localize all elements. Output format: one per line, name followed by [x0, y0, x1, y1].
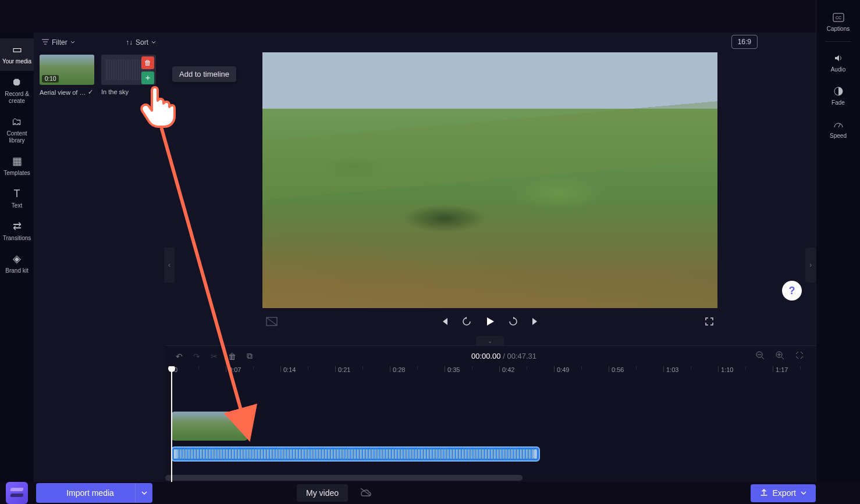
nav-brand-kit[interactable]: ◈ Brand kit: [0, 248, 34, 280]
play-button[interactable]: [485, 316, 495, 329]
add-to-timeline-tooltip: Add to timeline: [172, 66, 236, 82]
timeline[interactable]: 00:070:140:210:280:350:420:490:561:031:1…: [164, 366, 816, 482]
export-button[interactable]: Export: [751, 484, 816, 502]
timeline-scrollbar[interactable]: [165, 475, 815, 481]
skip-start-button[interactable]: [439, 317, 449, 328]
collapse-left-panel[interactable]: ‹: [164, 248, 175, 283]
collapse-timeline-button[interactable]: ⌄: [476, 336, 504, 345]
ruler-tick-minor: [417, 366, 420, 370]
sort-icon: ↑↓: [126, 38, 133, 47]
fade-icon: [833, 85, 844, 97]
zoom-out-button[interactable]: [755, 351, 765, 362]
delete-clip-button[interactable]: 🗑: [228, 352, 236, 361]
scrollbar-thumb[interactable]: [165, 475, 523, 481]
svg-line-2: [267, 318, 276, 325]
timeline-timecode: 00:00.00 / 00:47.31: [263, 352, 745, 360]
transitions-icon: ⇄: [13, 221, 22, 233]
project-title-button[interactable]: My video: [297, 484, 348, 502]
ruler-tick: 0:49: [554, 366, 569, 372]
svg-line-13: [838, 124, 840, 127]
svg-line-7: [781, 357, 784, 359]
ruler-tick: 1:03: [663, 366, 678, 372]
ruler-tick-minor: [636, 366, 639, 370]
chevron-down-icon: [801, 490, 806, 496]
chevron-down-icon: [151, 38, 156, 47]
ruler-tick: 0:07: [226, 366, 241, 372]
cursor-annotation: [138, 83, 179, 131]
clip-handle-left[interactable]: [174, 449, 177, 459]
zoom-in-button[interactable]: [775, 351, 784, 362]
check-icon: ✓: [88, 88, 93, 96]
aspect-ratio-button[interactable]: 16:9: [731, 35, 758, 49]
nav-templates[interactable]: ▦ Templates: [0, 150, 34, 183]
sort-button[interactable]: ↑↓ Sort: [123, 37, 158, 48]
skip-end-button[interactable]: [531, 317, 541, 328]
timeline-toolbar: ↶ ↷ ✂ 🗑 ⧉ 00:00.00 / 00:47.31: [164, 345, 816, 366]
redo-button[interactable]: ↷: [193, 352, 200, 361]
upload-icon: [760, 488, 768, 498]
collapse-right-panel[interactable]: ›: [805, 248, 816, 283]
media-duration-badge: 0:10: [42, 75, 59, 83]
safe-zone-icon[interactable]: [266, 318, 278, 328]
library-icon: 🗂: [12, 116, 22, 128]
forward-button[interactable]: [508, 316, 518, 329]
zoom-fit-button[interactable]: [795, 351, 804, 362]
nav-fade[interactable]: Fade: [816, 80, 860, 112]
ruler-tick-minor: [253, 366, 256, 370]
import-media-button[interactable]: Import media: [36, 483, 152, 503]
undo-button[interactable]: ↶: [176, 352, 183, 361]
ruler-tick: 0:42: [499, 366, 514, 372]
timeline-ruler[interactable]: 00:070:140:210:280:350:420:490:561:031:1…: [164, 366, 816, 383]
help-button[interactable]: ?: [782, 281, 802, 301]
split-button[interactable]: ✂: [211, 352, 218, 361]
filter-button[interactable]: Filter: [40, 37, 77, 48]
ruler-tick-minor: [527, 366, 529, 370]
video-clip[interactable]: [171, 412, 248, 441]
filter-icon: [42, 38, 49, 47]
ruler-tick: 0:21: [335, 366, 350, 372]
nav-your-media[interactable]: ▭ Your media: [0, 38, 34, 71]
captions-icon: CC: [833, 12, 844, 23]
right-sidebar: CC Captions Audio Fade Speed: [816, 0, 860, 482]
svg-line-4: [762, 357, 764, 359]
plus-icon: ＋: [144, 73, 152, 83]
import-media-label: Import media: [66, 488, 114, 498]
ruler-tick: 0:56: [609, 366, 624, 372]
audio-clip[interactable]: [171, 446, 540, 462]
clip-handle-right[interactable]: [534, 449, 537, 459]
left-sidebar: ▭ Your media ⏺ Record & create 🗂 Content…: [0, 33, 34, 482]
ruler-tick: 1:17: [773, 366, 788, 372]
trash-icon: 🗑: [144, 59, 151, 67]
nav-audio[interactable]: Audio: [816, 47, 860, 78]
video-preview[interactable]: [262, 52, 717, 308]
playhead[interactable]: [171, 366, 172, 482]
fullscreen-button[interactable]: [705, 318, 714, 328]
record-icon: ⏺: [12, 77, 22, 88]
import-media-dropdown[interactable]: [135, 483, 152, 503]
media-thumbnail[interactable]: 0:10: [40, 55, 94, 85]
nav-record-create[interactable]: ⏺ Record & create: [0, 71, 34, 110]
media-thumbnail[interactable]: 🗑 ＋: [101, 55, 156, 85]
ruler-tick-minor: [472, 366, 475, 370]
ruler-tick-minor: [198, 366, 201, 370]
media-item-name: In the sky: [101, 88, 129, 95]
chevron-down-icon: [70, 38, 75, 47]
nav-transitions[interactable]: ⇄ Transitions: [0, 215, 34, 248]
nav-text[interactable]: T Text: [0, 183, 34, 215]
text-icon: T: [14, 188, 20, 200]
nav-captions[interactable]: CC Captions: [816, 6, 860, 38]
app-logo[interactable]: [6, 482, 28, 504]
duplicate-button[interactable]: ⧉: [247, 351, 253, 361]
templates-icon: ▦: [12, 156, 22, 167]
cloud-off-icon: [360, 487, 371, 499]
ruler-tick-minor: [308, 366, 311, 370]
nav-content-library[interactable]: 🗂 Content library: [0, 110, 34, 150]
media-item-video[interactable]: 0:10 Aerial view of … ✓: [40, 55, 94, 96]
media-icon: ▭: [12, 44, 22, 56]
nav-speed[interactable]: Speed: [816, 113, 860, 145]
ruler-tick-minor: [581, 366, 584, 370]
ruler-tick-minor: [745, 366, 748, 370]
delete-media-button[interactable]: 🗑: [141, 56, 154, 69]
rewind-button[interactable]: [461, 316, 472, 329]
ruler-tick: 0:14: [280, 366, 296, 372]
